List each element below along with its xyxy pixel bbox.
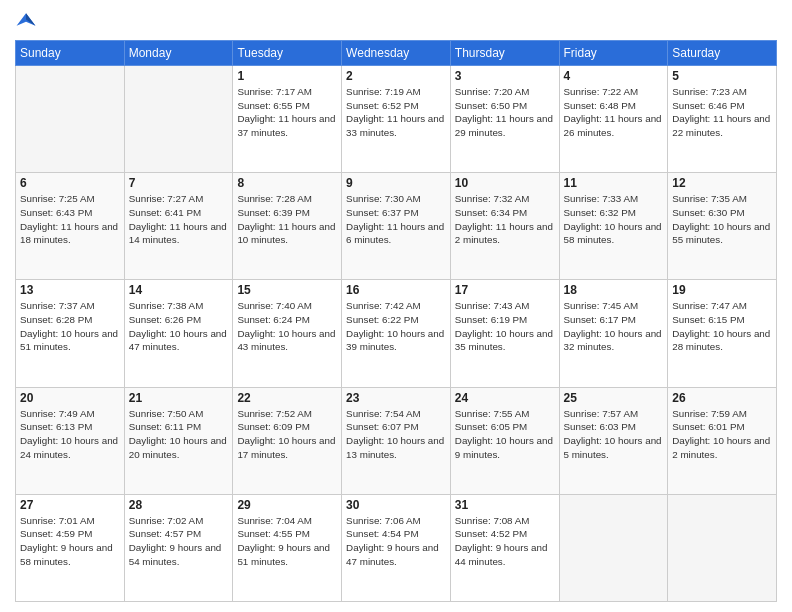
- day-info: Sunrise: 7:19 AMSunset: 6:52 PMDaylight:…: [346, 85, 446, 140]
- calendar-cell: 28Sunrise: 7:02 AMSunset: 4:57 PMDayligh…: [124, 494, 233, 601]
- day-number: 10: [455, 176, 555, 190]
- weekday-header-tuesday: Tuesday: [233, 41, 342, 66]
- calendar-cell: 20Sunrise: 7:49 AMSunset: 6:13 PMDayligh…: [16, 387, 125, 494]
- calendar-cell: [124, 66, 233, 173]
- day-info: Sunrise: 7:20 AMSunset: 6:50 PMDaylight:…: [455, 85, 555, 140]
- day-info: Sunrise: 7:25 AMSunset: 6:43 PMDaylight:…: [20, 192, 120, 247]
- day-info: Sunrise: 7:50 AMSunset: 6:11 PMDaylight:…: [129, 407, 229, 462]
- day-number: 5: [672, 69, 772, 83]
- calendar-cell: 11Sunrise: 7:33 AMSunset: 6:32 PMDayligh…: [559, 173, 668, 280]
- day-number: 27: [20, 498, 120, 512]
- calendar-cell: 4Sunrise: 7:22 AMSunset: 6:48 PMDaylight…: [559, 66, 668, 173]
- day-number: 1: [237, 69, 337, 83]
- calendar-cell: 15Sunrise: 7:40 AMSunset: 6:24 PMDayligh…: [233, 280, 342, 387]
- day-info: Sunrise: 7:02 AMSunset: 4:57 PMDaylight:…: [129, 514, 229, 569]
- weekday-header-monday: Monday: [124, 41, 233, 66]
- day-info: Sunrise: 7:55 AMSunset: 6:05 PMDaylight:…: [455, 407, 555, 462]
- day-info: Sunrise: 7:43 AMSunset: 6:19 PMDaylight:…: [455, 299, 555, 354]
- day-number: 9: [346, 176, 446, 190]
- day-number: 3: [455, 69, 555, 83]
- calendar-cell: 24Sunrise: 7:55 AMSunset: 6:05 PMDayligh…: [450, 387, 559, 494]
- day-number: 7: [129, 176, 229, 190]
- day-info: Sunrise: 7:54 AMSunset: 6:07 PMDaylight:…: [346, 407, 446, 462]
- calendar-cell: 12Sunrise: 7:35 AMSunset: 6:30 PMDayligh…: [668, 173, 777, 280]
- calendar-cell: 10Sunrise: 7:32 AMSunset: 6:34 PMDayligh…: [450, 173, 559, 280]
- day-info: Sunrise: 7:27 AMSunset: 6:41 PMDaylight:…: [129, 192, 229, 247]
- calendar-cell: 21Sunrise: 7:50 AMSunset: 6:11 PMDayligh…: [124, 387, 233, 494]
- day-number: 25: [564, 391, 664, 405]
- calendar-cell: 17Sunrise: 7:43 AMSunset: 6:19 PMDayligh…: [450, 280, 559, 387]
- day-number: 16: [346, 283, 446, 297]
- svg-marker-1: [26, 13, 35, 26]
- day-info: Sunrise: 7:45 AMSunset: 6:17 PMDaylight:…: [564, 299, 664, 354]
- calendar-week-2: 6Sunrise: 7:25 AMSunset: 6:43 PMDaylight…: [16, 173, 777, 280]
- day-info: Sunrise: 7:42 AMSunset: 6:22 PMDaylight:…: [346, 299, 446, 354]
- day-number: 17: [455, 283, 555, 297]
- day-info: Sunrise: 7:22 AMSunset: 6:48 PMDaylight:…: [564, 85, 664, 140]
- day-info: Sunrise: 7:37 AMSunset: 6:28 PMDaylight:…: [20, 299, 120, 354]
- calendar-cell: 5Sunrise: 7:23 AMSunset: 6:46 PMDaylight…: [668, 66, 777, 173]
- calendar-cell: 25Sunrise: 7:57 AMSunset: 6:03 PMDayligh…: [559, 387, 668, 494]
- day-number: 21: [129, 391, 229, 405]
- calendar-cell: [668, 494, 777, 601]
- day-number: 12: [672, 176, 772, 190]
- day-number: 14: [129, 283, 229, 297]
- day-info: Sunrise: 7:35 AMSunset: 6:30 PMDaylight:…: [672, 192, 772, 247]
- calendar-week-4: 20Sunrise: 7:49 AMSunset: 6:13 PMDayligh…: [16, 387, 777, 494]
- day-info: Sunrise: 7:04 AMSunset: 4:55 PMDaylight:…: [237, 514, 337, 569]
- weekday-header-wednesday: Wednesday: [342, 41, 451, 66]
- calendar-cell: 22Sunrise: 7:52 AMSunset: 6:09 PMDayligh…: [233, 387, 342, 494]
- calendar-cell: 23Sunrise: 7:54 AMSunset: 6:07 PMDayligh…: [342, 387, 451, 494]
- day-info: Sunrise: 7:17 AMSunset: 6:55 PMDaylight:…: [237, 85, 337, 140]
- day-number: 6: [20, 176, 120, 190]
- calendar-cell: 6Sunrise: 7:25 AMSunset: 6:43 PMDaylight…: [16, 173, 125, 280]
- calendar-cell: 19Sunrise: 7:47 AMSunset: 6:15 PMDayligh…: [668, 280, 777, 387]
- day-number: 19: [672, 283, 772, 297]
- day-number: 15: [237, 283, 337, 297]
- calendar-cell: 3Sunrise: 7:20 AMSunset: 6:50 PMDaylight…: [450, 66, 559, 173]
- day-number: 28: [129, 498, 229, 512]
- calendar-week-1: 1Sunrise: 7:17 AMSunset: 6:55 PMDaylight…: [16, 66, 777, 173]
- calendar-cell: 30Sunrise: 7:06 AMSunset: 4:54 PMDayligh…: [342, 494, 451, 601]
- weekday-header-saturday: Saturday: [668, 41, 777, 66]
- day-info: Sunrise: 7:57 AMSunset: 6:03 PMDaylight:…: [564, 407, 664, 462]
- calendar-cell: [559, 494, 668, 601]
- day-number: 13: [20, 283, 120, 297]
- day-info: Sunrise: 7:47 AMSunset: 6:15 PMDaylight:…: [672, 299, 772, 354]
- day-info: Sunrise: 7:33 AMSunset: 6:32 PMDaylight:…: [564, 192, 664, 247]
- day-number: 2: [346, 69, 446, 83]
- calendar-cell: 27Sunrise: 7:01 AMSunset: 4:59 PMDayligh…: [16, 494, 125, 601]
- day-number: 30: [346, 498, 446, 512]
- calendar-cell: 7Sunrise: 7:27 AMSunset: 6:41 PMDaylight…: [124, 173, 233, 280]
- weekday-header-row: SundayMondayTuesdayWednesdayThursdayFrid…: [16, 41, 777, 66]
- calendar-cell: 29Sunrise: 7:04 AMSunset: 4:55 PMDayligh…: [233, 494, 342, 601]
- weekday-header-sunday: Sunday: [16, 41, 125, 66]
- day-info: Sunrise: 7:38 AMSunset: 6:26 PMDaylight:…: [129, 299, 229, 354]
- calendar-cell: 1Sunrise: 7:17 AMSunset: 6:55 PMDaylight…: [233, 66, 342, 173]
- day-info: Sunrise: 7:52 AMSunset: 6:09 PMDaylight:…: [237, 407, 337, 462]
- day-number: 8: [237, 176, 337, 190]
- calendar-week-3: 13Sunrise: 7:37 AMSunset: 6:28 PMDayligh…: [16, 280, 777, 387]
- calendar-week-5: 27Sunrise: 7:01 AMSunset: 4:59 PMDayligh…: [16, 494, 777, 601]
- calendar-table: SundayMondayTuesdayWednesdayThursdayFrid…: [15, 40, 777, 602]
- day-info: Sunrise: 7:28 AMSunset: 6:39 PMDaylight:…: [237, 192, 337, 247]
- calendar-cell: 14Sunrise: 7:38 AMSunset: 6:26 PMDayligh…: [124, 280, 233, 387]
- calendar-cell: [16, 66, 125, 173]
- day-info: Sunrise: 7:08 AMSunset: 4:52 PMDaylight:…: [455, 514, 555, 569]
- logo: [15, 10, 41, 32]
- day-number: 22: [237, 391, 337, 405]
- logo-icon: [15, 10, 37, 32]
- day-info: Sunrise: 7:59 AMSunset: 6:01 PMDaylight:…: [672, 407, 772, 462]
- calendar-cell: 31Sunrise: 7:08 AMSunset: 4:52 PMDayligh…: [450, 494, 559, 601]
- day-info: Sunrise: 7:01 AMSunset: 4:59 PMDaylight:…: [20, 514, 120, 569]
- day-info: Sunrise: 7:40 AMSunset: 6:24 PMDaylight:…: [237, 299, 337, 354]
- day-number: 24: [455, 391, 555, 405]
- calendar-cell: 16Sunrise: 7:42 AMSunset: 6:22 PMDayligh…: [342, 280, 451, 387]
- calendar-cell: 2Sunrise: 7:19 AMSunset: 6:52 PMDaylight…: [342, 66, 451, 173]
- day-number: 29: [237, 498, 337, 512]
- calendar-cell: 13Sunrise: 7:37 AMSunset: 6:28 PMDayligh…: [16, 280, 125, 387]
- day-number: 31: [455, 498, 555, 512]
- day-info: Sunrise: 7:06 AMSunset: 4:54 PMDaylight:…: [346, 514, 446, 569]
- day-info: Sunrise: 7:30 AMSunset: 6:37 PMDaylight:…: [346, 192, 446, 247]
- day-number: 18: [564, 283, 664, 297]
